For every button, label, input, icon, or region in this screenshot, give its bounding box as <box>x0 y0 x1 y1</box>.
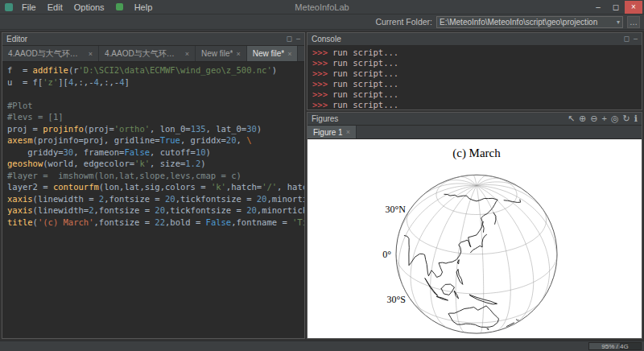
code-line: geoshow(world, edgecolor='k', size=1.2) <box>7 158 299 170</box>
tab-close-icon[interactable]: × <box>89 50 93 58</box>
editor-panel: Editor ◻– 4.AAOD与大气环流的关系.py×4.AAOD与大气环流(… <box>2 32 305 339</box>
folder-bar: Current Folder: ▾ … <box>0 14 644 30</box>
code-line: title('(c) March',fontsize = 22,bold = F… <box>7 217 299 229</box>
console-panel-header: Console ◻– <box>308 33 642 46</box>
zoom-in-icon[interactable]: ⊕ <box>579 114 586 123</box>
code-line: layer2 = contourfm(lon,lat,sig,colors = … <box>7 181 299 193</box>
editor-tab-1[interactable]: 4.AAOD与大气环流(风)的关系.py× <box>99 46 196 61</box>
figures-panel-title: Figures <box>312 114 338 123</box>
menu-bar: FileEditOptionsHelp <box>16 2 158 13</box>
status-bar: 95% / 4G <box>0 341 644 351</box>
current-folder-input[interactable] <box>437 17 614 27</box>
console-line: >>>run script... <box>312 79 637 89</box>
minimize-button[interactable]: – <box>589 1 607 14</box>
figure-title: (c) March <box>452 147 501 160</box>
editor-tab-label: New file* <box>253 49 284 58</box>
console-panel-icons: ◻– <box>624 35 638 43</box>
figure-tab-label: Figure 1 <box>313 128 343 137</box>
code-line: griddy=30, frameon=False, cutoff=10) <box>7 147 299 159</box>
code-line: f = addfile(r'D:\SCI2\data\ECMWF\wind_ge… <box>7 64 299 76</box>
editor-tab-0[interactable]: 4.AAOD与大气环流的关系.py× <box>2 46 99 61</box>
code-line: xaxis(linewidth = 2,fontsize = 20,tickfo… <box>7 193 299 205</box>
menu-file[interactable]: File <box>16 2 42 13</box>
latitude-label: 0° <box>382 249 391 260</box>
code-line: axesm(projinfo=proj, gridline=True, grid… <box>7 134 299 147</box>
figures-toolbar: ↖⊕⊖+◎↻ℹ <box>568 114 638 123</box>
figure-area: (c) March30°N0°30°S <box>308 139 642 338</box>
editor-tab-bar: 4.AAOD与大气环流的关系.py×4.AAOD与大气环流(风)的关系.py×N… <box>2 46 304 62</box>
window-controls: –◻× <box>589 1 642 14</box>
editor-tab-label: 4.AAOD与大气环流的关系.py <box>8 48 85 60</box>
tab-close-icon[interactable]: × <box>287 50 291 58</box>
console-panel: Console ◻– >>>run script...>>>run script… <box>307 32 642 110</box>
rotate-icon[interactable]: ↻ <box>623 114 630 123</box>
editor-panel-header: Editor ◻– <box>2 33 304 46</box>
menu-options[interactable]: Options <box>68 2 110 13</box>
minimize-panel-icon[interactable]: – <box>634 35 638 43</box>
float-panel-icon[interactable]: ◻ <box>624 35 630 43</box>
title-bar: FileEditOptionsHelp MeteoInfoLab –◻× <box>0 0 644 14</box>
minimize-panel-icon[interactable]: – <box>296 35 300 43</box>
close-button[interactable]: × <box>625 1 642 14</box>
pan-icon[interactable]: + <box>602 114 607 123</box>
maximize-button[interactable]: ◻ <box>607 1 625 14</box>
editor-tab-2[interactable]: New file*× <box>196 46 247 61</box>
latitude-label: 30°N <box>386 204 407 215</box>
console-line: >>>run script... <box>312 100 637 109</box>
code-line: #Plot <box>7 100 299 112</box>
menu-edit[interactable]: Edit <box>42 2 68 13</box>
figures-panel-header: Figures ↖⊕⊖+◎↻ℹ <box>308 113 642 126</box>
editor-tab-label: 4.AAOD与大气环流(风)的关系.py <box>105 48 182 60</box>
folder-dropdown-icon[interactable]: ▾ <box>614 19 622 26</box>
console-line: >>>run script... <box>312 89 637 100</box>
code-line: proj = projinfo(proj='ortho', lon_0=135,… <box>7 123 299 135</box>
float-panel-icon[interactable]: ◻ <box>287 35 292 43</box>
code-line: u = f['z'][4,:,-4,:,-4] <box>7 76 299 89</box>
current-folder-label: Current Folder: <box>375 17 432 27</box>
tab-close-icon[interactable]: × <box>236 50 240 58</box>
tab-close-icon[interactable]: × <box>185 50 189 58</box>
menu-help[interactable]: Help <box>129 2 159 13</box>
zoom-out-icon[interactable]: ⊖ <box>590 114 597 123</box>
app-window: FileEditOptionsHelp MeteoInfoLab –◻× Cur… <box>0 0 644 30</box>
browse-folder-button[interactable]: … <box>627 16 640 28</box>
apps-icon[interactable] <box>116 3 123 10</box>
console-line: >>>run script... <box>312 68 637 79</box>
editor-panel-title: Editor <box>6 35 27 43</box>
memory-indicator: 95% / 4G <box>588 342 642 350</box>
console-output[interactable]: >>>run script...>>>run script...>>>run s… <box>308 46 642 109</box>
select-icon[interactable]: ↖ <box>568 114 575 123</box>
latitude-label: 30°S <box>387 294 406 305</box>
editor-panel-icons: ◻– <box>287 35 301 43</box>
code-line: #layer = imshowm(lon,lat,slope,levs,cmap… <box>7 170 299 182</box>
figures-panel: Figures ↖⊕⊖+◎↻ℹ Figure 1× (c) March30°N0… <box>307 112 642 339</box>
memory-text: 95% / 4G <box>601 343 628 350</box>
identify-icon[interactable]: ℹ <box>634 114 638 123</box>
code-editor[interactable]: f = addfile(r'D:\SCI2\data\ECMWF\wind_ge… <box>2 62 304 338</box>
editor-tab-label: New file* <box>201 49 233 58</box>
full-extent-icon[interactable]: ◎ <box>611 114 619 123</box>
dock-area: Editor ◻– 4.AAOD与大气环流的关系.py×4.AAOD与大气环流(… <box>0 31 644 341</box>
figure-canvas[interactable]: (c) March30°N0°30°S <box>308 139 642 338</box>
console-line: >>>run script... <box>312 47 637 58</box>
console-panel-title: Console <box>312 35 341 43</box>
code-line: yaxis(linewidth=2,fontsize = 20,tickfont… <box>7 204 299 217</box>
current-folder-combobox[interactable]: ▾ <box>436 16 623 28</box>
editor-tab-3[interactable]: New file*× <box>247 46 299 61</box>
console-line: >>>run script... <box>312 58 637 68</box>
code-line: #levs = [1] <box>7 111 299 123</box>
figures-tab-bar: Figure 1× <box>308 126 642 139</box>
figure-tab-0[interactable]: Figure 1× <box>308 126 357 138</box>
code-line <box>7 88 299 100</box>
tab-close-icon[interactable]: × <box>346 128 350 136</box>
